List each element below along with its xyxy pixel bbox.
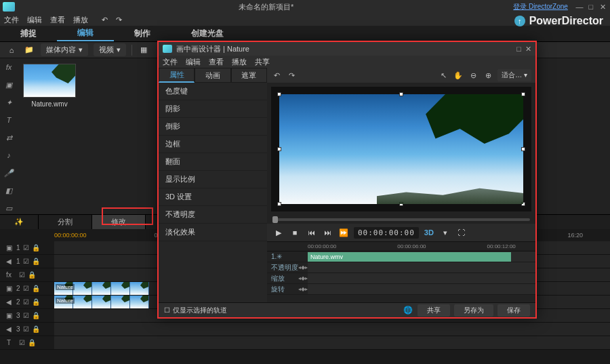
- library-dropdown[interactable]: 媒体内容 ▾: [41, 43, 88, 56]
- next-frame-button[interactable]: ⏭: [321, 226, 333, 239]
- particle-tool-icon[interactable]: ✦: [3, 96, 15, 108]
- dlg-menu-play[interactable]: 播放: [232, 57, 247, 67]
- preview-canvas[interactable]: [271, 87, 531, 211]
- voice-tool-icon[interactable]: 🎤: [3, 167, 15, 179]
- fast-forward-button[interactable]: ⏩: [338, 226, 350, 239]
- chapter-tool-icon[interactable]: ◧: [3, 184, 15, 197]
- resize-handle[interactable]: [277, 202, 281, 206]
- filter-dropdown[interactable]: 视频 ▾: [94, 43, 126, 56]
- scrub-knob[interactable]: [272, 216, 278, 223]
- 3d-options-icon[interactable]: ▾: [439, 226, 451, 239]
- track-header[interactable]: ◀ 2 ☑ 🔒: [0, 298, 54, 306]
- maximize-button[interactable]: □: [586, 3, 596, 11]
- scrub-slider[interactable]: [272, 218, 530, 221]
- undo-icon[interactable]: ↶: [271, 70, 282, 81]
- kf-nav-icons[interactable]: ◂◆▸: [298, 286, 308, 292]
- prop-item-6[interactable]: 3D 设置: [159, 188, 267, 206]
- close-button[interactable]: ✕: [598, 3, 607, 12]
- eye-icon[interactable]: ☑: [23, 258, 29, 265]
- zoom-out-icon[interactable]: ⊖: [468, 70, 479, 81]
- prop-item-7[interactable]: 不透明度: [159, 206, 267, 224]
- resize-handle[interactable]: [521, 92, 525, 96]
- lock-icon[interactable]: 🔒: [32, 258, 40, 265]
- lock-icon[interactable]: 🔒: [32, 325, 40, 333]
- kf-ruler[interactable]: 00:00:00:00 00:00:06:00 00:00:12:00: [267, 242, 535, 251]
- pip-frame[interactable]: [279, 94, 524, 204]
- resize-handle[interactable]: [521, 147, 525, 151]
- fx-tool-icon[interactable]: fx: [3, 61, 15, 73]
- mode-capture[interactable]: 捕捉: [0, 26, 57, 41]
- audio-tool-icon[interactable]: ♪: [3, 149, 15, 161]
- move-tool-icon[interactable]: ↖: [438, 70, 449, 81]
- timeline-clip[interactable]: Nature: [54, 282, 149, 295]
- dlg-menu-share[interactable]: 共享: [255, 57, 270, 67]
- undo-icon[interactable]: ↶: [102, 16, 108, 24]
- track-header[interactable]: ▣ 2 ☑ 🔒: [0, 285, 54, 292]
- media-clip[interactable]: ✔ Nature.wmv: [23, 64, 76, 108]
- track-lane[interactable]: [54, 336, 610, 349]
- grid-view-icon[interactable]: ▦: [138, 44, 150, 56]
- mode-edit[interactable]: 编辑: [57, 26, 114, 41]
- lock-icon[interactable]: 🔒: [32, 244, 40, 251]
- lock-icon[interactable]: 🔒: [32, 285, 40, 292]
- prop-item-8[interactable]: 淡化效果: [159, 224, 267, 241]
- eye-icon[interactable]: ☑: [23, 325, 29, 333]
- stop-button[interactable]: ■: [289, 226, 301, 239]
- redo-icon[interactable]: ↷: [286, 70, 297, 81]
- dlg-menu-view[interactable]: 查看: [209, 57, 224, 67]
- timeline-clip[interactable]: Nature: [54, 296, 149, 308]
- ltab-motion[interactable]: 动画: [195, 68, 230, 83]
- mode-produce[interactable]: 制作: [114, 26, 171, 41]
- prop-item-0[interactable]: 色度键: [159, 83, 267, 100]
- resize-handle[interactable]: [277, 147, 281, 151]
- track-header[interactable]: ◀ 3 ☑ 🔒: [0, 325, 54, 333]
- title-tool-icon[interactable]: T: [3, 114, 15, 126]
- ltab-attributes[interactable]: 属性: [159, 68, 195, 83]
- track-header[interactable]: ▣ 3 ☑ 🔒: [0, 312, 54, 319]
- prev-frame-button[interactable]: ⏮: [305, 226, 317, 239]
- split-tab[interactable]: 分割: [39, 215, 92, 229]
- timecode-display[interactable]: 00:00:00:00: [354, 227, 419, 239]
- dialog-close-icon[interactable]: ✕: [525, 45, 531, 54]
- lock-icon[interactable]: 🔒: [32, 298, 40, 306]
- save-button[interactable]: 保存: [497, 304, 530, 317]
- subtitle-tool-icon[interactable]: ▭: [3, 202, 15, 214]
- fit-dropdown[interactable]: 适合… ▾: [497, 69, 531, 81]
- kf-nav-icons[interactable]: ◂◆▸: [298, 275, 308, 281]
- kf-clip-lane[interactable]: Nature.wmv: [308, 251, 535, 262]
- dialog-titlebar[interactable]: 画中画设计器 | Nature □ ✕: [159, 42, 535, 56]
- prop-item-5[interactable]: 显示比例: [159, 171, 267, 188]
- directorzone-link[interactable]: 登录 DirectorZone: [513, 2, 568, 12]
- resize-handle[interactable]: [399, 92, 403, 96]
- track-header[interactable]: ▣ 1 ☑ 🔒: [0, 244, 54, 251]
- modify-tab[interactable]: 修改: [92, 215, 146, 229]
- 3d-button[interactable]: 3D: [423, 226, 435, 239]
- track-header[interactable]: fx ☑ 🔒: [0, 271, 54, 279]
- track-lane[interactable]: [54, 323, 610, 336]
- prop-item-4[interactable]: 翻面: [159, 153, 267, 171]
- redo-icon[interactable]: ↷: [116, 16, 122, 24]
- import-icon[interactable]: 📁: [23, 44, 35, 56]
- home-icon[interactable]: ⌂: [5, 44, 18, 56]
- resize-handle[interactable]: [521, 202, 525, 206]
- mode-disc[interactable]: 创建光盘: [171, 26, 244, 41]
- hand-tool-icon[interactable]: ✋: [453, 70, 464, 81]
- show-selected-only-checkbox[interactable]: ☐ 仅显示选择的轨道: [164, 306, 227, 315]
- kf-lane[interactable]: ◂◆▸: [308, 273, 535, 283]
- track-header[interactable]: T ☑ 🔒: [0, 339, 54, 346]
- kf-lane[interactable]: ◂◆▸: [308, 262, 535, 272]
- prop-item-3[interactable]: 边框: [159, 136, 267, 153]
- ltab-mask[interactable]: 遮罩: [231, 68, 267, 83]
- eye-icon[interactable]: ☑: [19, 339, 25, 346]
- minimize-button[interactable]: —: [575, 3, 584, 11]
- lock-icon[interactable]: 🔒: [28, 271, 36, 279]
- prop-item-1[interactable]: 阴影: [159, 100, 267, 118]
- lock-icon[interactable]: 🔒: [28, 339, 36, 346]
- lock-icon[interactable]: 🔒: [32, 312, 40, 319]
- track-header[interactable]: ◀ 1 ☑ 🔒: [0, 258, 54, 265]
- kf-lane[interactable]: ◂◆▸: [308, 284, 535, 294]
- globe-icon[interactable]: 🌐: [403, 306, 413, 315]
- resize-handle[interactable]: [277, 92, 281, 96]
- resize-handle[interactable]: [399, 202, 403, 206]
- fullscreen-icon[interactable]: ⛶: [455, 226, 468, 239]
